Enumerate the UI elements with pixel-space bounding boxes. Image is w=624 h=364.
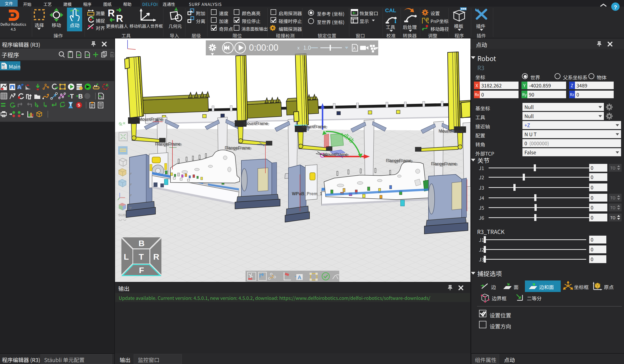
svg-text:R: R	[116, 13, 123, 22]
svg-text:B: B	[78, 92, 83, 100]
svg-text:x: x	[297, 44, 300, 51]
svg-text:L: L	[124, 252, 129, 261]
svg-text:F: F	[139, 266, 144, 275]
svg-text:S: S	[101, 95, 103, 99]
svg-text:A: A	[353, 46, 356, 50]
svg-text:MountFrame: MountFrame	[303, 125, 327, 130]
svg-text:M: M	[2, 63, 5, 67]
svg-text:R: R	[108, 8, 115, 18]
svg-text:MountFrame: MountFrame	[245, 121, 269, 126]
svg-text:SUB: SUB	[118, 213, 126, 217]
svg-text:FlangeFrame: FlangeFrame	[156, 142, 182, 147]
svg-text:1.0: 1.0	[303, 43, 311, 51]
svg-text:R: R	[153, 252, 159, 261]
svg-text:FlangeFrame: FlangeFrame	[432, 162, 458, 167]
svg-text:MountFrame: MountFrame	[325, 153, 349, 158]
svg-text:FlangeFrame: FlangeFrame	[226, 146, 252, 151]
svg-text:FlangeFrame: FlangeFrame	[387, 159, 413, 164]
svg-text:WPaB_Prem_1: WPaB_Prem_1	[292, 191, 322, 196]
svg-text:A: A	[298, 274, 301, 280]
svg-text:T: T	[70, 92, 74, 100]
svg-text:B: B	[139, 239, 145, 248]
svg-text:T: T	[139, 252, 144, 261]
svg-text:0:00:00: 0:00:00	[249, 43, 278, 53]
svg-text:MountFrame: MountFrame	[440, 129, 464, 134]
svg-text:S: S	[78, 103, 80, 108]
